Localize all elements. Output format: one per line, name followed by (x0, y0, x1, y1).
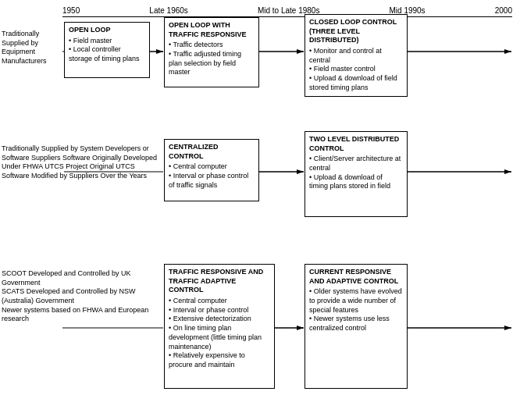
olt-item-1: Traffic detectors (169, 41, 255, 50)
open-loop-item-1: Field master (69, 37, 145, 46)
traffic-adaptive-box: TRAFFIC RESPONSIVE AND TRAFFIC ADAPTIVE … (164, 264, 275, 389)
open-loop-traffic-box: OPEN LOOP WITH TRAFFIC RESPONSIVE Traffi… (164, 17, 259, 87)
ta-item-1: Central computer (169, 297, 270, 306)
traditionally-system-label: Traditionally Supplied by System Develop… (2, 144, 158, 181)
closed-loop-list: Monitor and control at central Field mas… (309, 47, 403, 92)
timeline-1960s: Late 1960s (149, 6, 188, 15)
closed-loop-title: CLOSED LOOP CONTROL (THREE LEVEL DISTRIB… (309, 18, 403, 45)
centralized-control-box: CENTRALIZED CONTROL Central computer Int… (164, 139, 259, 201)
cc-item-2: Interval or phase control of traffic sig… (169, 172, 255, 190)
centralized-title: CENTRALIZED CONTROL (169, 143, 255, 161)
open-loop-list: Field master Local controller storage of… (69, 37, 145, 64)
ta-item-5: Relatively expensive to procure and main… (169, 351, 270, 369)
closed-loop-box: CLOSED LOOP CONTROL (THREE LEVEL DISTRIB… (305, 14, 408, 97)
centralized-list: Central computer Interval or phase contr… (169, 162, 255, 190)
timeline-2000: 2000 (495, 6, 512, 15)
two-level-title: TWO LEVEL DISTRIBUTED CONTROL (309, 135, 403, 153)
timeline: 1950 Late 1960s Mid to Late 1980s Mid 19… (62, 6, 512, 17)
cr-item-1: Older systems have evolved to provide a … (309, 287, 403, 315)
timeline-1950: 1950 (62, 6, 80, 15)
open-loop-traffic-title: OPEN LOOP WITH TRAFFIC RESPONSIVE (169, 21, 255, 39)
open-loop-box: OPEN LOOP Field master Local controller … (64, 22, 150, 78)
two-level-list: Client/Server architecture at central Up… (309, 155, 403, 191)
traffic-adaptive-title: TRAFFIC RESPONSIVE AND TRAFFIC ADAPTIVE … (169, 268, 270, 295)
open-loop-traffic-list: Traffic detectors Traffic adjusted timin… (169, 41, 255, 77)
ta-item-4: On line timing plan development (little … (169, 324, 270, 351)
current-responsive-list: Older systems have evolved to provide a … (309, 287, 403, 333)
tl-item-2: Upload & download of timing plans stored… (309, 173, 403, 191)
open-loop-title: OPEN LOOP (69, 26, 145, 35)
cl-item-2: Field master control (309, 65, 403, 74)
ta-item-2: Interval or phase control (169, 306, 270, 315)
cc-item-1: Central computer (169, 162, 255, 172)
scoot-label: SCOOT Developed and Controlled by UK Gov… (2, 269, 162, 324)
two-level-box: TWO LEVEL DISTRIBUTED CONTROL Client/Ser… (305, 131, 408, 217)
ta-item-3: Extensive detectorization (169, 315, 270, 324)
diagram-container: 1950 Late 1960s Mid to Late 1980s Mid 19… (0, 0, 520, 420)
current-responsive-box: CURRENT RESPONSIVE AND ADAPTIVE CONTROL … (305, 264, 408, 389)
traffic-adaptive-list: Central computer Interval or phase contr… (169, 297, 270, 370)
traditionally-equipment-label: Traditionally Supplied by Equipment Manu… (2, 30, 62, 66)
open-loop-item-2: Local controller storage of timing plans (69, 45, 145, 63)
cl-item-3: Upload & download of field stored timing… (309, 74, 403, 92)
cl-item-1: Monitor and control at central (309, 47, 403, 65)
olt-item-2: Traffic adjusted timing plan selection b… (169, 50, 255, 77)
tl-item-1: Client/Server architecture at central (309, 155, 403, 173)
current-responsive-title: CURRENT RESPONSIVE AND ADAPTIVE CONTROL (309, 268, 403, 286)
cr-item-2: Newer systems use less centralized contr… (309, 315, 403, 333)
